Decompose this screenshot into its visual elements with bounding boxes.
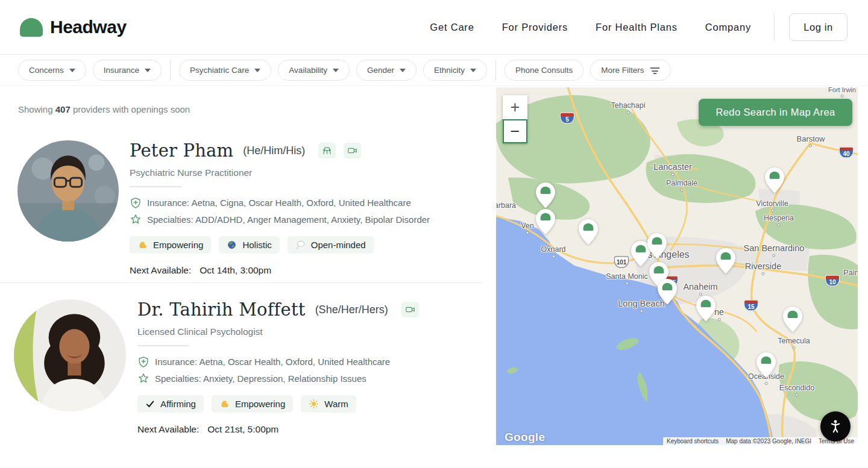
accessibility-button[interactable] (820, 411, 851, 441)
map-provider-pin[interactable] (578, 219, 599, 248)
map-zoom-control: + − (503, 95, 527, 143)
map-town-dot (526, 231, 529, 234)
filter-group-2: Psychiatric CareAvailabilityGenderEthnic… (179, 60, 487, 81)
nav-item-for-health-plans[interactable]: For Health Plans (596, 22, 678, 33)
star-icon (130, 213, 142, 226)
provider-list-scroll[interactable]: Showing 407 providers with openings soon (0, 86, 496, 468)
redo-search-button[interactable]: Redo Search in Map Area (699, 99, 852, 126)
map-provider-pin[interactable] (535, 182, 556, 211)
map-town-dot (627, 111, 630, 114)
next-available-value: Oct 21st, 5:00pm (207, 424, 278, 434)
provider-pronouns: (She/Her/Hers) (315, 304, 388, 316)
armchair-icon (321, 145, 333, 156)
brand-logo[interactable]: Headway (20, 17, 127, 37)
personality-badges: AffirmingEmpoweringWarm (137, 395, 483, 413)
insurance-list: Aetna, Cigna, Oscar Health, Oxford, Unit… (191, 198, 410, 208)
map-town-dot (796, 393, 799, 396)
title-divider (137, 345, 189, 346)
provider-photo[interactable] (17, 140, 119, 242)
nav-item-for-providers[interactable]: For Providers (502, 22, 568, 33)
video-icon (404, 305, 416, 314)
filter-pill-more-filters[interactable]: More Filters (590, 60, 670, 81)
specialties-label: Specialties: (147, 214, 193, 225)
filter-pill-label: Availability (289, 66, 327, 75)
personality-badge: Holistic (219, 236, 279, 254)
map-town-dot (841, 95, 844, 98)
provider-name[interactable]: Dr. Tahirih Moffett (137, 299, 306, 320)
chevron-down-icon (400, 69, 406, 72)
insurance-row: Insurance: Aetna, Cigna, Oscar Health, O… (130, 196, 483, 209)
armchair-session-chip (318, 143, 336, 158)
nav-divider (774, 13, 775, 41)
filter-pill-label: Psychiatric Care (190, 66, 249, 75)
map-provider-pin[interactable] (696, 295, 716, 325)
map-provider-pin[interactable] (657, 278, 678, 308)
provider-card[interactable]: Dr. Tahirih Moffett (She/Her/Hers) Licen… (0, 299, 483, 468)
specialties-list: ADD/ADHD, Anger Management, Anxiety, Bip… (195, 214, 430, 225)
main-nav: Get CareFor ProvidersFor Health PlansCom… (430, 22, 751, 33)
map-city-label: Escondido (779, 384, 814, 392)
badge-label: Empowering (235, 399, 285, 409)
map-provider-pin[interactable] (715, 248, 736, 277)
badge-label: Holistic (242, 240, 271, 250)
map-provider-pin[interactable] (764, 167, 785, 196)
provider-card[interactable]: Peter Pham (He/Him/His) Psychiatric Nurs… (0, 140, 483, 283)
filter-pill-ethnicity[interactable]: Ethnicity (423, 60, 487, 81)
brand-name: Headway (50, 17, 127, 37)
personality-badge: Affirming (137, 395, 204, 413)
chevron-down-icon (145, 69, 151, 72)
specialties-list: Anxiety, Depression, Relationship Issues (203, 373, 366, 384)
nav-item-get-care[interactable]: Get Care (430, 22, 474, 33)
personality-badge: Empowering (212, 395, 293, 413)
chevron-down-icon (254, 69, 260, 72)
provider-photo[interactable] (14, 299, 126, 411)
map-provider-pin[interactable] (756, 352, 776, 381)
zoom-in-button[interactable]: + (503, 95, 527, 119)
personality-badge: Warm (301, 395, 356, 413)
map-city-label: San Bernardino (744, 243, 805, 253)
google-logo[interactable]: Google (505, 431, 545, 444)
insurance-label: Insurance: (147, 198, 189, 208)
map-provider-pin[interactable] (535, 208, 556, 238)
filter-bar: ConcernsInsurance Psychiatric CareAvaila… (0, 55, 868, 86)
nav-item-company[interactable]: Company (705, 22, 751, 33)
specialties-label: Specialties: (155, 373, 201, 384)
map-town-dot (772, 254, 775, 257)
filter-pill-availability[interactable]: Availability (278, 60, 350, 81)
provider-name[interactable]: Peter Pham (130, 140, 233, 161)
badge-label: Warm (324, 399, 348, 409)
badge-label: Affirming (160, 399, 196, 409)
map-provider-pin[interactable] (647, 232, 667, 262)
attribution-item[interactable]: Keyboard shortcuts (663, 437, 722, 445)
map-panel[interactable]: + − Redo Search in Map Area Google Keybo… (496, 87, 858, 445)
map-city-label: Palm S (843, 268, 858, 277)
filter-pill-label: Insurance (104, 66, 139, 75)
filter-lines-icon (650, 66, 660, 75)
insurance-list: Aetna, Oscar Health, Oxford, United Heal… (199, 357, 390, 367)
map-city-label: Santa Monic (606, 272, 647, 281)
session-type-chips (401, 302, 419, 317)
header: Headway Get CareFor ProvidersFor Health … (0, 0, 868, 55)
provider-pronouns: (He/Him/His) (243, 145, 305, 157)
headway-logo-icon (20, 18, 43, 37)
provider-title: Psychiatric Nurse Practitioner (130, 167, 483, 178)
map-city-label: Riverside (745, 261, 781, 271)
next-available-label: Next Available: (130, 265, 191, 275)
attribution-item[interactable]: Map data ©2023 Google, INEGI (722, 437, 815, 445)
next-available-label: Next Available: (137, 424, 199, 434)
badge-label: Empowering (153, 240, 203, 250)
filter-divider (170, 60, 171, 81)
map-provider-pin[interactable] (782, 306, 803, 335)
filter-pill-concerns[interactable]: Concerns (18, 60, 86, 81)
filter-pill-phone-consults[interactable]: Phone Consults (505, 60, 583, 81)
map-city-label: Palmdale (666, 179, 697, 187)
zoom-out-button[interactable]: − (503, 119, 527, 143)
map-city-label: arbara (496, 201, 516, 210)
login-button[interactable]: Log in (789, 13, 848, 41)
filter-pill-gender[interactable]: Gender (356, 60, 417, 81)
filter-pill-insurance[interactable]: Insurance (93, 60, 162, 81)
insurance-row: Insurance: Aetna, Oscar Health, Oxford, … (137, 355, 483, 368)
filter-pill-psychiatric-care[interactable]: Psychiatric Care (179, 60, 271, 81)
personality-badge: Open-minded (288, 236, 374, 254)
filter-divider (495, 60, 496, 81)
